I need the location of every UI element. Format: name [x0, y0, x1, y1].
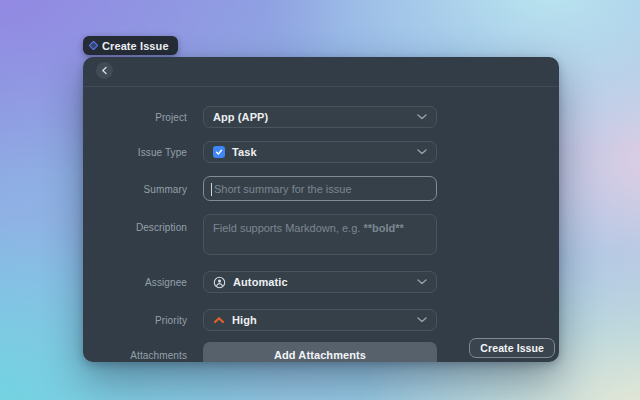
badge-label: Create Issue [102, 40, 169, 52]
issue-type-value: Task [232, 146, 410, 158]
create-issue-badge[interactable]: Create Issue [83, 36, 178, 55]
description-textarea[interactable]: Field supports Markdown, e.g. **bold** [203, 214, 437, 255]
assignee-label: Assignee [83, 277, 187, 288]
create-issue-button[interactable]: Create Issue [469, 338, 555, 358]
summary-input[interactable] [204, 177, 436, 200]
chevron-down-icon [417, 317, 427, 323]
summary-field-frame [203, 176, 437, 201]
priority-row: Priority High [83, 309, 559, 331]
project-dropdown[interactable]: App (APP) [203, 106, 437, 128]
description-label: Description [83, 222, 187, 233]
header-divider [83, 86, 559, 87]
attachments-label: Attachments [83, 350, 187, 361]
add-attachments-button[interactable]: Add Attachments [203, 342, 437, 362]
chevron-down-icon [417, 279, 427, 285]
summary-label: Summary [83, 183, 187, 194]
assignee-dropdown[interactable]: Automatic [203, 271, 437, 293]
back-button[interactable] [96, 62, 113, 79]
assignee-row: Assignee Automatic [83, 271, 559, 293]
project-row: Project App (APP) [83, 106, 559, 128]
desktop-background: Create Issue Project App (APP) Issue Typ… [0, 0, 640, 400]
summary-row: Summary [83, 176, 559, 201]
task-check-icon [213, 146, 225, 158]
assignee-value: Automatic [233, 276, 410, 288]
priority-label: Priority [83, 315, 187, 326]
project-label: Project [83, 112, 187, 123]
chevron-down-icon [417, 114, 427, 120]
chevron-left-icon [101, 66, 108, 75]
priority-dropdown[interactable]: High [203, 309, 437, 331]
text-cursor [211, 183, 212, 196]
description-row: Description Field supports Markdown, e.g… [83, 214, 559, 255]
description-placeholder: Field supports Markdown, e.g. **bold** [213, 221, 404, 235]
project-value: App (APP) [213, 111, 410, 123]
person-circle-icon [213, 276, 226, 289]
diamond-icon [89, 41, 99, 51]
issue-type-dropdown[interactable]: Task [203, 141, 437, 163]
priority-value: High [232, 314, 410, 326]
create-issue-dialog: Project App (APP) Issue Type Task Summar… [83, 57, 559, 362]
priority-high-icon [213, 316, 225, 324]
issue-type-row: Issue Type Task [83, 141, 559, 163]
chevron-down-icon [417, 149, 427, 155]
issue-type-label: Issue Type [83, 147, 187, 158]
